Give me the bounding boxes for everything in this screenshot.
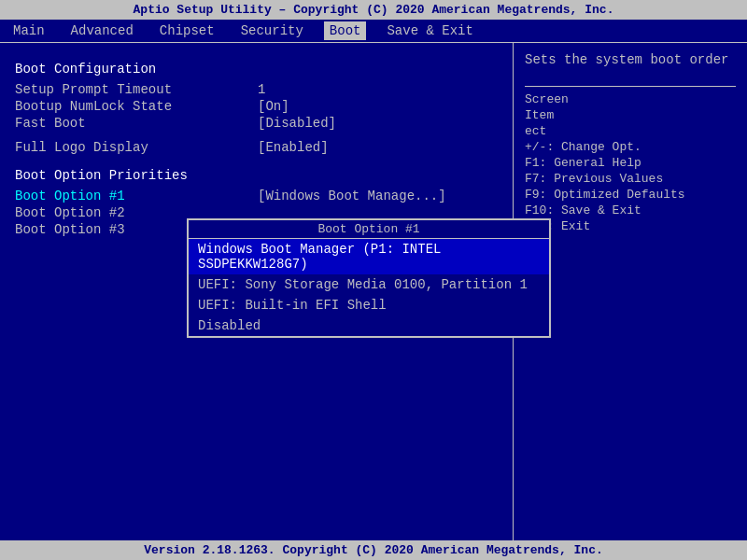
help-text: Sets the system boot order <box>525 52 736 67</box>
key-optimized: F9: Optimized Defaults <box>525 188 736 202</box>
title-bar: Aptio Setup Utility – Copyright (C) 2020… <box>0 0 747 20</box>
footer-text: Version 2.18.1263. Copyright (C) 2020 Am… <box>144 543 602 557</box>
boot-priorities-title: Boot Option Priorities <box>15 168 498 183</box>
item-text: Item <box>525 108 554 122</box>
config-row-numlock: Bootup NumLock State [On] <box>15 99 498 114</box>
timeout-label: Setup Prompt Timeout <box>15 82 258 97</box>
main-content: Boot Configuration Setup Prompt Timeout … <box>0 43 747 540</box>
select-text: ect <box>525 124 546 138</box>
footer: Version 2.18.1263. Copyright (C) 2020 Am… <box>0 540 747 560</box>
config-row-timeout: Setup Prompt Timeout 1 <box>15 82 498 97</box>
left-panel: Boot Configuration Setup Prompt Timeout … <box>0 43 514 540</box>
boot1-value: [Windows Boot Manage...] <box>258 189 446 203</box>
key-save-exit: F10: Save & Exit <box>525 203 736 217</box>
fastboot-value: [Disabled] <box>258 116 336 131</box>
boot-dropdown: Boot Option #1 Windows Boot Manager (P1:… <box>187 218 551 338</box>
numlock-label: Bootup NumLock State <box>15 99 258 114</box>
dropdown-item-0[interactable]: Windows Boot Manager (P1: INTEL SSDPEKKW… <box>189 239 549 274</box>
config-row-logo: Full Logo Display [Enabled] <box>15 140 498 155</box>
menu-item-main[interactable]: Main <box>7 21 50 40</box>
key-prev-values: F7: Previous Values <box>525 172 736 186</box>
config-row-fastboot: Fast Boot [Disabled] <box>15 116 498 131</box>
boot-dropdown-title: Boot Option #1 <box>189 220 549 239</box>
dropdown-item-3[interactable]: Disabled <box>189 315 549 336</box>
dropdown-item-1[interactable]: UEFI: Sony Storage Media 0100, Partition… <box>189 274 549 295</box>
menu-item-advanced[interactable]: Advanced <box>65 21 139 40</box>
config-row-boot1[interactable]: Boot Option #1 [Windows Boot Manage...] <box>15 189 498 203</box>
screen-label: Screen <box>525 92 736 106</box>
title-text: Aptio Setup Utility – Copyright (C) 2020… <box>134 3 614 17</box>
select-label: ect <box>525 124 736 138</box>
screen-text: Screen <box>525 92 569 106</box>
menu-item-chipset[interactable]: Chipset <box>154 21 220 40</box>
key-general-help: F1: General Help <box>525 156 736 170</box>
numlock-value: [On] <box>258 99 289 114</box>
logo-value: [Enabled] <box>258 140 329 155</box>
key-change-opt: +/-: Change Opt. <box>525 140 736 154</box>
boot1-label: Boot Option #1 <box>15 189 258 203</box>
boot-config-title: Boot Configuration <box>15 62 498 77</box>
menu-bar: Main Advanced Chipset Security Boot Save… <box>0 20 747 43</box>
item-label: Item <box>525 108 736 122</box>
menu-item-save-exit[interactable]: Save & Exit <box>381 21 478 40</box>
timeout-value: 1 <box>258 82 265 97</box>
menu-item-security[interactable]: Security <box>235 21 309 40</box>
dropdown-item-2[interactable]: UEFI: Built-in EFI Shell <box>189 295 549 315</box>
logo-label: Full Logo Display <box>15 140 258 155</box>
fastboot-label: Fast Boot <box>15 116 258 131</box>
key-esc: ESC: Exit <box>525 219 736 233</box>
menu-item-boot[interactable]: Boot <box>324 21 367 40</box>
divider-1 <box>525 86 736 87</box>
boot-dropdown-overlay: Boot Option #1 Windows Boot Manager (P1:… <box>187 218 551 338</box>
